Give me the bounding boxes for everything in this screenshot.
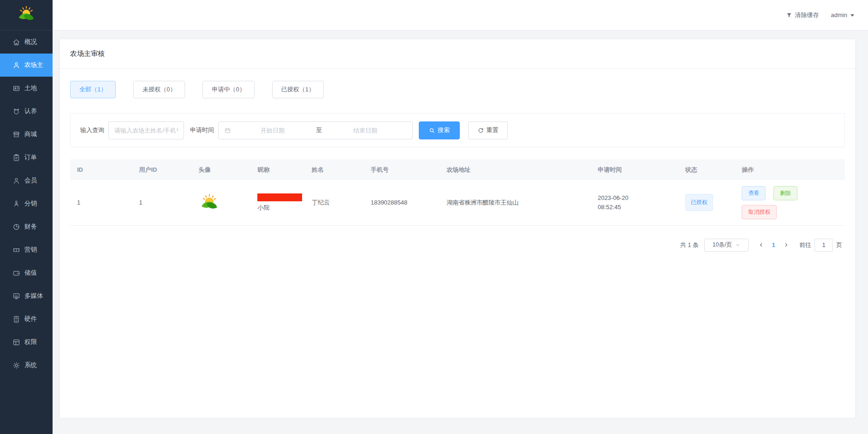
sidebar-nav: 概况 农场主 土地 认养 商城 订单 bbox=[0, 30, 53, 434]
user-menu[interactable]: admin bbox=[831, 12, 854, 18]
hardware-icon bbox=[12, 315, 20, 323]
sidebar: 概况 农场主 土地 认养 商城 订单 bbox=[0, 0, 53, 434]
adoption-icon bbox=[12, 108, 20, 115]
total-count: 共 1 条 bbox=[680, 241, 699, 249]
page-size-select[interactable]: 10条/页 bbox=[704, 239, 749, 252]
clear-cache-label: 清除缓存 bbox=[795, 11, 819, 19]
query-input[interactable] bbox=[108, 121, 184, 139]
cell-nickname: 小院 bbox=[250, 180, 305, 225]
chevron-down-icon bbox=[735, 242, 740, 247]
reset-button[interactable]: 重置 bbox=[468, 121, 508, 139]
sidebar-item-label: 农场主 bbox=[24, 61, 43, 69]
sidebar-item-multimedia[interactable]: 多媒体 bbox=[0, 284, 53, 307]
content-column: 清除缓存 admin 农场主审核 全部（1） 未授权（0） 申请中（0） 已授权… bbox=[53, 0, 868, 434]
search-button-label: 搜索 bbox=[438, 126, 450, 134]
clear-cache-icon bbox=[786, 12, 792, 18]
username: admin bbox=[831, 12, 847, 18]
sidebar-item-label: 土地 bbox=[24, 84, 37, 92]
sidebar-item-label: 系统 bbox=[24, 361, 37, 369]
tab-unauthorized[interactable]: 未授权（0） bbox=[133, 81, 185, 98]
order-icon bbox=[12, 154, 20, 162]
reset-button-label: 重置 bbox=[487, 126, 499, 134]
sidebar-item-stored-value[interactable]: 储值 bbox=[0, 261, 53, 284]
next-page-button[interactable] bbox=[780, 239, 792, 252]
chevron-right-icon bbox=[784, 242, 789, 247]
goto-label: 前往 bbox=[799, 241, 811, 249]
prev-page-button[interactable] bbox=[755, 239, 767, 252]
col-apply-time: 申请时间 bbox=[591, 159, 678, 180]
clear-cache-button[interactable]: 清除缓存 bbox=[786, 11, 819, 19]
tab-all[interactable]: 全部（1） bbox=[70, 81, 116, 98]
sidebar-item-label: 分销 bbox=[24, 199, 37, 208]
sidebar-item-label: 认养 bbox=[24, 107, 37, 115]
cell-id: 1 bbox=[70, 180, 132, 225]
main-area: 农场主审核 全部（1） 未授权（0） 申请中（0） 已授权（1） 输入查询 申请… bbox=[53, 30, 868, 434]
sidebar-item-mall[interactable]: 商城 bbox=[0, 123, 53, 146]
card-body: 全部（1） 未授权（0） 申请中（0） 已授权（1） 输入查询 申请时间 bbox=[60, 69, 855, 418]
sidebar-item-adoption[interactable]: 认养 bbox=[0, 100, 53, 123]
view-button[interactable]: 查看 bbox=[742, 186, 766, 200]
col-name: 姓名 bbox=[305, 159, 364, 180]
sidebar-item-farmer[interactable]: 农场主 bbox=[0, 54, 53, 77]
sidebar-item-permission[interactable]: 权限 bbox=[0, 331, 53, 354]
nickname-redaction-block bbox=[257, 193, 302, 201]
revoke-authorization-button[interactable]: 取消授权 bbox=[742, 205, 777, 219]
apply-date: 2023-06-20 bbox=[598, 193, 678, 203]
date-range-picker[interactable]: 至 bbox=[218, 121, 413, 139]
sidebar-item-label: 商城 bbox=[24, 130, 37, 139]
query-label: 输入查询 bbox=[80, 126, 104, 134]
sidebar-item-overview[interactable]: 概况 bbox=[0, 30, 53, 54]
sidebar-item-label: 会员 bbox=[24, 176, 37, 185]
member-icon bbox=[12, 177, 20, 185]
sidebar-item-system[interactable]: 系统 bbox=[0, 354, 53, 377]
delete-button[interactable]: 删除 bbox=[773, 186, 797, 200]
cell-user-id: 1 bbox=[132, 180, 191, 225]
sidebar-item-label: 储值 bbox=[24, 269, 37, 277]
sidebar-item-label: 财务 bbox=[24, 223, 37, 231]
goto-page-input[interactable] bbox=[814, 239, 833, 252]
finance-icon bbox=[12, 223, 20, 231]
multimedia-icon bbox=[12, 292, 20, 300]
sidebar-item-distribution[interactable]: 分销 bbox=[0, 192, 53, 215]
distribution-icon bbox=[12, 200, 20, 208]
goto-suffix: 页 bbox=[836, 241, 842, 249]
nickname-text: 小院 bbox=[257, 204, 304, 212]
table-row: 1 1 bbox=[70, 180, 845, 225]
review-card: 农场主审核 全部（1） 未授权（0） 申请中（0） 已授权（1） 输入查询 申请… bbox=[60, 39, 855, 418]
col-status: 状态 bbox=[678, 159, 735, 180]
col-id: ID bbox=[70, 159, 132, 180]
topbar: 清除缓存 admin bbox=[53, 0, 868, 30]
page-number-1[interactable]: 1 bbox=[767, 241, 780, 248]
chevron-down-icon bbox=[850, 14, 854, 17]
sidebar-item-marketing[interactable]: 营销 bbox=[0, 238, 53, 261]
col-farm-address: 农场地址 bbox=[440, 159, 591, 180]
start-date-input[interactable] bbox=[231, 127, 314, 134]
search-button[interactable]: 搜索 bbox=[419, 121, 460, 139]
tab-applying[interactable]: 申请中（0） bbox=[202, 81, 254, 98]
sidebar-item-label: 营销 bbox=[24, 246, 37, 254]
sidebar-item-finance[interactable]: 财务 bbox=[0, 215, 53, 238]
app-shell: 概况 农场主 土地 认养 商城 订单 bbox=[0, 0, 868, 434]
cell-farm-address: 湖南省株洲市醴陵市王仙山 bbox=[440, 180, 591, 225]
cell-apply-time: 2023-06-20 08:52:45 bbox=[591, 180, 678, 225]
chevron-left-icon bbox=[759, 242, 764, 247]
end-date-input[interactable] bbox=[324, 127, 407, 134]
calendar-icon bbox=[224, 127, 231, 134]
cell-status: 已授权 bbox=[678, 180, 735, 225]
app-logo[interactable] bbox=[0, 0, 53, 30]
permission-icon bbox=[12, 338, 20, 346]
apply-time-label: 申请时间 bbox=[190, 126, 214, 134]
overview-icon bbox=[12, 38, 20, 46]
sidebar-item-member[interactable]: 会员 bbox=[0, 169, 53, 192]
land-icon bbox=[12, 84, 20, 92]
system-icon bbox=[12, 362, 20, 369]
sidebar-item-label: 订单 bbox=[24, 153, 37, 162]
col-avatar: 头像 bbox=[192, 159, 251, 180]
pagination: 共 1 条 10条/页 1 前往 bbox=[70, 239, 845, 252]
marketing-icon bbox=[12, 246, 20, 254]
col-phone: 手机号 bbox=[364, 159, 440, 180]
sidebar-item-hardware[interactable]: 硬件 bbox=[0, 307, 53, 331]
sidebar-item-land[interactable]: 土地 bbox=[0, 77, 53, 100]
tab-authorized[interactable]: 已授权（1） bbox=[272, 81, 324, 98]
sidebar-item-order[interactable]: 订单 bbox=[0, 146, 53, 169]
